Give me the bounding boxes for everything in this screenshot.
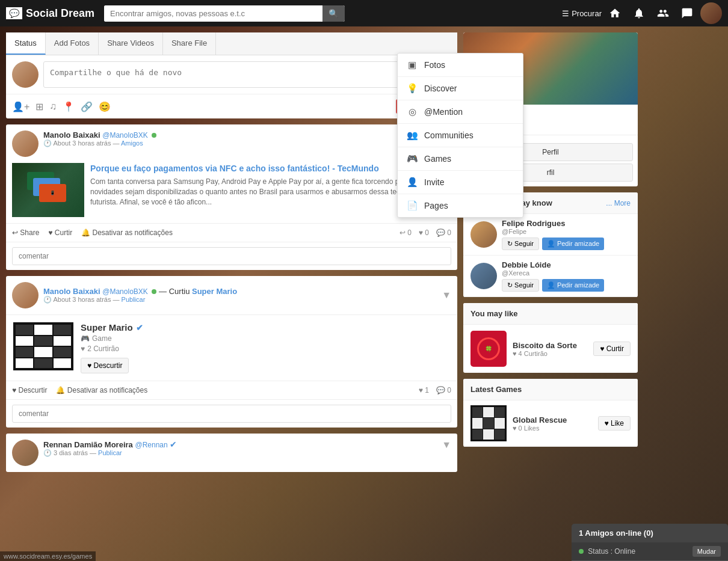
fotos-label: Fotos [424,60,445,70]
like-count-text: 4 Curtirão [519,350,548,357]
chat-title: 1 Amigos on-line (0) [579,529,653,538]
post-link-preview-1: NFC 💳 📱 Porque eu faço pagamentos via NF… [6,163,457,223]
post-link-3[interactable]: Publicar [98,449,122,456]
descurtir-button[interactable]: ♥ Descurtir [81,358,129,373]
emoji-icon[interactable]: 😊 [99,101,111,112]
online-indicator-2 [152,289,156,294]
tab-share-file[interactable]: Share File [163,32,216,55]
you-may-like-widget: You may like 🍀 Biscoito da Sorte ♥ 4 Cur… [463,303,638,373]
post-input[interactable] [43,61,451,88]
mention-icon: ◎ [406,106,418,117]
game-title-2[interactable]: Super Mario [81,322,133,333]
share-action-1[interactable]: ↩ Share [12,228,39,237]
main-container: Status Add Fotos Share Videos Share File… [0,26,728,478]
friend-button-1[interactable]: 👤 Pedir amizade [542,238,604,250]
activity-handle-2[interactable]: @ManoloBXK [102,287,148,296]
tab-add-fotos[interactable]: Add Fotos [46,32,99,55]
gwc4 [472,418,483,428]
game-widget-info-1: Global Rescue ♥ 0 Likes [513,415,567,432]
link-icon[interactable]: 🔗 [81,101,93,112]
messages-button[interactable] [676,2,698,24]
follow-button-1[interactable]: ↻ Seguir [502,238,539,250]
dropdown-item-discover[interactable]: 💡 Discover [398,77,523,100]
heart-like-icon: ♥ [513,350,517,357]
post-actions-1: ↩ Share ♥ Curtir 🔔 Desativar as notifica… [6,223,457,242]
gc6 [54,336,71,346]
game-like-button-1[interactable]: ♥ Like [598,416,631,431]
post-handle-3[interactable]: @Rennan [135,441,167,449]
chat-icon [681,7,693,19]
add-friend-icon[interactable]: 👤+ [12,101,29,112]
search-bar: 🔍 [104,5,345,22]
activity-target-2[interactable]: Super Mario [192,287,237,296]
dropdown-item-fotos[interactable]: ▣ Fotos [398,54,523,77]
gc11 [34,358,52,369]
friend-button-2[interactable]: 👤 Pedir amizade [542,279,604,292]
biscoito-text: 🍀 [485,346,492,352]
activity-author-2[interactable]: Manolo Baixaki [43,287,100,296]
curtir-button[interactable]: ♥ Curtir [593,342,631,356]
notify-action-2[interactable]: 🔔 Desativar as notificações [56,386,147,394]
follow-button-2[interactable]: ↻ Seguir [502,279,539,292]
search-input[interactable] [104,5,322,22]
status-label: Status : Online [588,547,635,556]
biscoito-circle: 🍀 [477,337,500,360]
composer-tabs: Status Add Fotos Share Videos Share File [6,32,457,55]
post-avatar-3 [12,440,39,466]
music-icon[interactable]: ♫ [49,101,57,112]
clock-icon-3: 🕐 [43,449,52,456]
post-like-stat-1: ♥ 0 [419,228,429,237]
bell-icon [633,7,645,19]
comment-input-1[interactable] [12,247,451,265]
post-stats-1: ↩ 0 ♥ 0 💬 0 [399,228,451,237]
comment-input-2[interactable] [12,405,451,423]
discover-label: Discover [424,84,457,93]
procurar-button[interactable]: ☰ Procurar [562,9,602,18]
gc7 [16,347,33,357]
notify-action-1[interactable]: 🔔 Desativar as notificações [81,228,173,237]
game-likes-text: 0 Likes [519,425,540,432]
descurtir-action-2[interactable]: ♥ Descurtir [12,386,47,394]
post-chevron-3[interactable]: ▼ [442,440,451,450]
grid-icon[interactable]: ⊞ [35,101,43,112]
dropdown-menu: ▣ Fotos 💡 Discover ◎ @Mention 👥 Communit… [397,53,523,218]
search-button[interactable]: 🔍 [322,5,345,22]
change-status-button[interactable]: Mudar [693,546,721,557]
mention-label: @Mention [424,107,463,117]
logo-icon: 💬 [6,7,22,19]
post-handle-1[interactable]: @ManoloBXK [102,131,148,139]
gc10 [16,358,33,369]
tab-status[interactable]: Status [6,32,46,55]
dropdown-item-mention[interactable]: ◎ @Mention [398,100,523,124]
activity-chevron-2[interactable]: ▼ [442,290,451,301]
activity-time-2: 🕐 About 3 horas atrás — Publicar [43,296,437,304]
person-name-2: Debbie Lóide [502,260,631,269]
gc12 [54,358,71,369]
people-button[interactable] [652,2,674,24]
activity-header-2: Manolo Baixaki @ManoloBXK — Curtiu Super… [6,276,457,315]
post-author-name-3[interactable]: Rennan Damião Moreira [43,440,133,449]
post-card-3: Rennan Damião Moreira @Rennan ✔ 🕐 3 dias… [6,434,457,472]
user-avatar-header[interactable] [700,2,722,24]
gc9 [54,347,71,357]
logo[interactable]: 💬 Social Dream [6,7,94,20]
dropdown-item-communities[interactable]: 👥 Communities [398,124,523,147]
activity-stats-2: ♥ 1 💬 0 [419,386,451,394]
like-action-1[interactable]: ♥ Curtir [48,228,72,237]
activity-link-2[interactable]: Publicar [122,296,146,303]
verified-badge-2: ✔ [136,323,143,333]
location-icon[interactable]: 📍 [63,101,75,112]
biscoito-logo: 🍀 [474,334,504,364]
post-avatar-1 [12,130,39,157]
dropdown-item-pages[interactable]: 📄 Pages [398,194,523,217]
game-widget-name-1: Global Rescue [513,415,567,425]
dropdown-item-invite[interactable]: 👤 Invite [398,171,523,194]
notifications-button[interactable] [628,2,650,24]
tab-share-videos[interactable]: Share Videos [99,32,163,55]
like-logo-1: 🍀 [470,331,507,367]
post-author-name-1[interactable]: Manolo Baixaki [43,130,100,139]
post-link-1[interactable]: Amigos [121,139,143,147]
people-more-link[interactable]: ... More [606,199,631,207]
dropdown-item-games[interactable]: 🎮 Games [398,147,523,171]
home-button[interactable] [604,2,626,24]
